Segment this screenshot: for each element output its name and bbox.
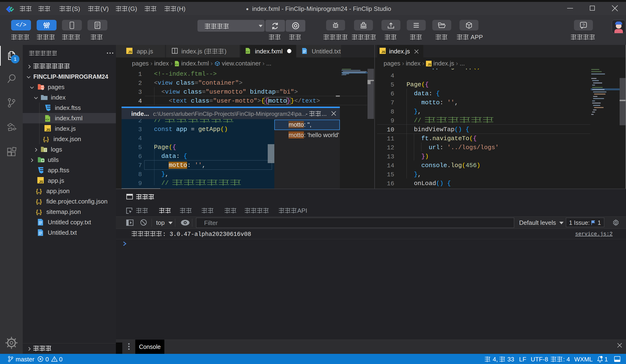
svg-text:<>: <> — [246, 51, 249, 53]
svg-text:<>: <> — [41, 86, 45, 89]
svg-text:?: ? — [583, 23, 585, 27]
svg-text:<>: <> — [45, 118, 49, 121]
svg-text:<>: <> — [175, 63, 178, 66]
